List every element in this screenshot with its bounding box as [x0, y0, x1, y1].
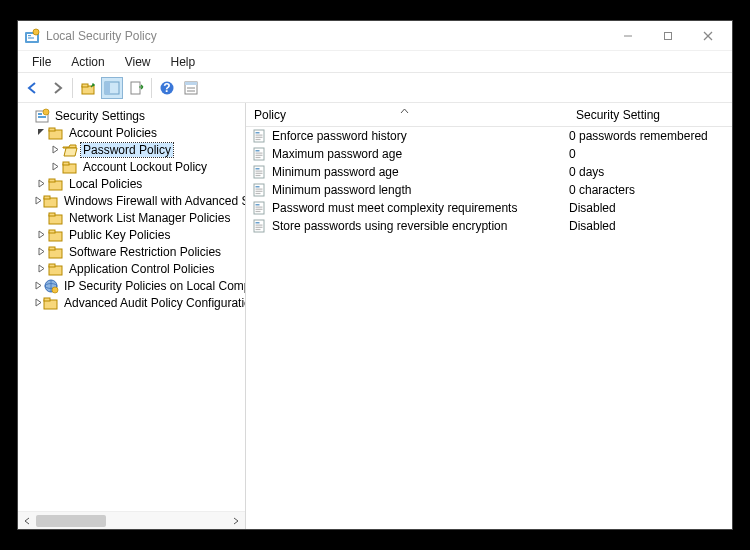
svg-rect-75: [256, 229, 261, 230]
svg-rect-69: [256, 209, 263, 210]
close-button[interactable]: [688, 22, 728, 50]
tree-label: Software Restriction Policies: [67, 245, 223, 259]
folder-icon: [48, 210, 64, 226]
svg-rect-12: [105, 82, 110, 94]
menu-action[interactable]: Action: [61, 53, 114, 71]
tree-label: Network List Manager Policies: [67, 211, 232, 225]
window-title: Local Security Policy: [46, 29, 608, 43]
tree-horizontal-scrollbar[interactable]: [18, 511, 245, 529]
policy-value: 0: [568, 147, 732, 161]
tree-password-policy[interactable]: Password Policy: [20, 141, 245, 158]
policy-row[interactable]: Maximum password age0: [246, 145, 732, 163]
tree-label: Password Policy: [81, 143, 173, 157]
tree-ipsec[interactable]: IP Security Policies on Local Computer: [20, 277, 245, 294]
expand-icon[interactable]: [34, 247, 48, 256]
back-button[interactable]: [22, 77, 44, 99]
scroll-track[interactable]: [36, 513, 227, 529]
menu-file[interactable]: File: [22, 53, 61, 71]
folder-open-icon: [62, 142, 78, 158]
expand-icon[interactable]: [34, 281, 43, 290]
expand-icon[interactable]: [48, 145, 62, 154]
tree-root[interactable]: Security Settings: [20, 107, 245, 124]
svg-rect-10: [82, 84, 88, 87]
forward-button[interactable]: [46, 77, 68, 99]
expand-icon[interactable]: [34, 230, 48, 239]
svg-rect-27: [63, 162, 69, 165]
menu-help[interactable]: Help: [161, 53, 206, 71]
tree-audit[interactable]: Advanced Audit Policy Configuration: [20, 294, 245, 311]
policy-name: Minimum password age: [272, 165, 399, 179]
svg-rect-52: [256, 150, 260, 152]
scroll-thumb[interactable]: [36, 515, 106, 527]
menu-view[interactable]: View: [115, 53, 161, 71]
client-area: Security Settings Account Policies Passw…: [18, 103, 732, 529]
folder-icon: [43, 193, 59, 209]
tree-label: Local Policies: [67, 177, 144, 191]
column-headers: Policy Security Setting: [246, 103, 732, 127]
properties-button[interactable]: [180, 77, 202, 99]
expand-icon[interactable]: [34, 179, 48, 188]
folder-icon: [48, 227, 64, 243]
scroll-left-button[interactable]: [18, 513, 36, 529]
sort-indicator-icon: [400, 105, 409, 116]
policy-name: Maximum password age: [272, 147, 402, 161]
column-security-setting[interactable]: Security Setting: [568, 108, 732, 122]
svg-rect-51: [254, 148, 264, 160]
tree-local-policies[interactable]: Local Policies: [20, 175, 245, 192]
svg-rect-74: [256, 227, 263, 228]
svg-point-43: [52, 287, 58, 293]
export-button[interactable]: [125, 77, 147, 99]
policy-row[interactable]: Enforce password history0 passwords reme…: [246, 127, 732, 145]
policy-item-icon: [252, 218, 268, 234]
policy-row[interactable]: Minimum password age0 days: [246, 163, 732, 181]
svg-rect-57: [256, 168, 260, 170]
folder-icon: [48, 125, 64, 141]
tree-firewall[interactable]: Windows Firewall with Advanced Security: [20, 192, 245, 209]
tree-srp[interactable]: Software Restriction Policies: [20, 243, 245, 260]
maximize-button[interactable]: [648, 22, 688, 50]
collapse-icon[interactable]: [34, 128, 48, 137]
svg-rect-67: [256, 204, 260, 206]
tree-account-policies[interactable]: Account Policies: [20, 124, 245, 141]
expand-icon[interactable]: [48, 162, 62, 171]
svg-rect-2: [28, 35, 31, 36]
tree-pane: Security Settings Account Policies Passw…: [18, 103, 246, 529]
svg-rect-49: [256, 137, 263, 138]
tree-account-lockout[interactable]: Account Lockout Policy: [20, 158, 245, 175]
svg-text:?: ?: [163, 81, 170, 95]
folder-icon: [43, 295, 59, 311]
tree-pkp[interactable]: Public Key Policies: [20, 226, 245, 243]
toolbar-separator: [72, 78, 73, 98]
policy-item-icon: [252, 146, 268, 162]
svg-rect-33: [49, 213, 55, 216]
policy-row[interactable]: Store passwords using reversible encrypt…: [246, 217, 732, 235]
minimize-button[interactable]: [608, 22, 648, 50]
title-bar: Local Security Policy: [18, 21, 732, 51]
tree-acp[interactable]: Application Control Policies: [20, 260, 245, 277]
folder-icon: [62, 159, 78, 175]
scroll-right-button[interactable]: [227, 513, 245, 529]
svg-rect-31: [44, 196, 50, 199]
svg-rect-68: [256, 207, 263, 208]
svg-rect-66: [254, 202, 264, 214]
up-button[interactable]: [77, 77, 99, 99]
expand-icon[interactable]: [34, 298, 43, 307]
ipsec-icon: [43, 278, 59, 294]
policy-row[interactable]: Password must meet complexity requiremen…: [246, 199, 732, 217]
policy-item-icon: [252, 164, 268, 180]
svg-rect-21: [38, 113, 42, 115]
svg-rect-25: [49, 128, 55, 131]
svg-rect-47: [256, 132, 260, 134]
svg-rect-29: [49, 179, 55, 182]
policy-name: Enforce password history: [272, 129, 407, 143]
tree-nlm[interactable]: Network List Manager Policies: [20, 209, 245, 226]
svg-rect-45: [44, 298, 50, 301]
help-button[interactable]: ?: [156, 77, 178, 99]
expand-icon[interactable]: [34, 196, 43, 205]
expand-icon[interactable]: [34, 264, 48, 273]
policy-row[interactable]: Minimum password length0 characters: [246, 181, 732, 199]
show-hide-tree-button[interactable]: [101, 77, 123, 99]
security-settings-icon: [34, 108, 50, 124]
svg-rect-55: [256, 157, 261, 158]
menu-bar: File Action View Help: [18, 51, 732, 73]
